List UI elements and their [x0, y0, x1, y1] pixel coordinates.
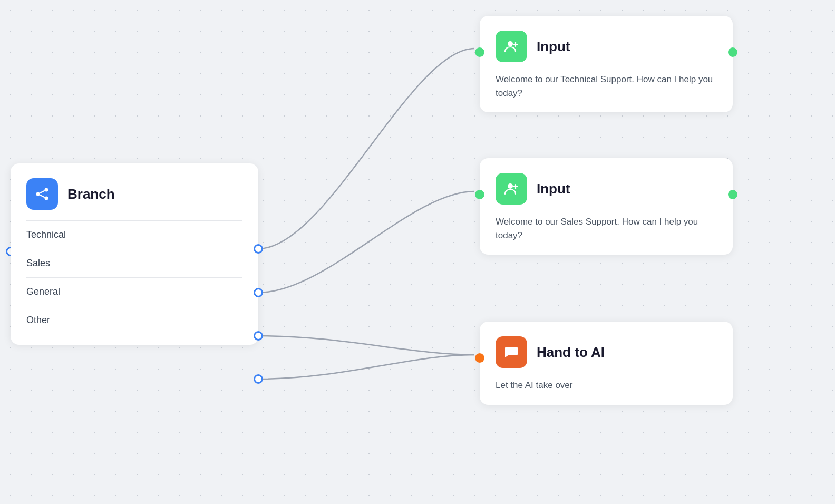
input2-title: Input [537, 181, 570, 197]
input2-right-dot [728, 190, 737, 199]
branch-output-general[interactable] [254, 331, 263, 341]
input1-left-dot [475, 47, 484, 57]
svg-point-1 [45, 188, 48, 192]
input2-content: Welcome to our Sales Support. How can I … [496, 215, 717, 242]
branch-icon [34, 186, 51, 202]
input1-content: Welcome to our Technical Support. How ca… [496, 73, 717, 100]
branch-item-technical[interactable]: Technical [26, 220, 242, 249]
branch-item-sales[interactable]: Sales [26, 249, 242, 277]
svg-point-8 [508, 183, 513, 189]
input-node-1[interactable]: Input Welcome to our Technical Support. … [480, 16, 733, 112]
branch-output-sales[interactable] [254, 288, 263, 297]
handai-icon-container [496, 336, 527, 368]
branch-icon-container [26, 178, 58, 210]
branch-output-other[interactable] [254, 374, 263, 384]
hand-to-ai-node[interactable]: Hand to AI Let the AI take over [480, 322, 733, 405]
branch-item-other-label: Other [26, 315, 50, 326]
svg-point-2 [45, 197, 48, 200]
input1-icon-container [496, 31, 527, 62]
branch-item-general-label: General [26, 286, 60, 297]
input1-title: Input [537, 38, 570, 55]
handai-header: Hand to AI [496, 336, 717, 368]
input-node-2[interactable]: Input Welcome to our Sales Support. How … [480, 158, 733, 255]
input2-header: Input [496, 173, 717, 205]
branch-node[interactable]: Branch Technical Sales General Other [11, 163, 258, 345]
input1-header: Input [496, 31, 717, 62]
svg-point-5 [508, 41, 513, 46]
handai-title: Hand to AI [537, 344, 605, 361]
branch-output-technical[interactable] [254, 244, 263, 254]
svg-line-4 [40, 195, 45, 198]
branch-item-other[interactable]: Other [26, 306, 242, 334]
svg-line-3 [40, 191, 45, 193]
branch-item-general[interactable]: General [26, 277, 242, 306]
handai-icon [503, 344, 520, 361]
input2-icon [503, 180, 520, 197]
input2-icon-container [496, 173, 527, 205]
workflow-canvas: Branch Technical Sales General Other [0, 0, 835, 504]
input1-right-dot [728, 47, 737, 57]
handai-content: Let the AI take over [496, 379, 717, 392]
handai-left-dot [475, 353, 484, 363]
input2-left-dot [475, 190, 484, 199]
branch-title: Branch [67, 186, 115, 202]
svg-point-0 [36, 192, 40, 196]
branch-item-sales-label: Sales [26, 258, 50, 269]
branch-item-technical-label: Technical [26, 229, 66, 240]
input1-icon [503, 38, 520, 55]
branch-node-header: Branch [26, 178, 242, 210]
